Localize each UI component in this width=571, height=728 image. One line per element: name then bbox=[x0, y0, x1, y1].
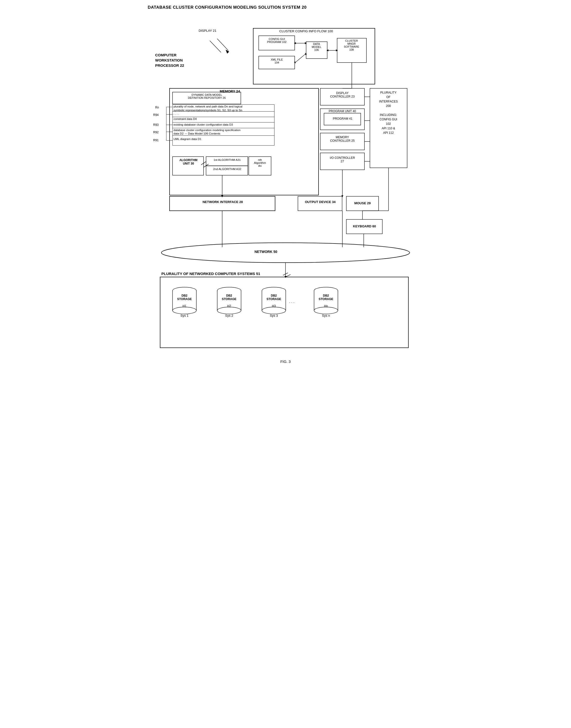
svg-point-92 bbox=[314, 307, 338, 314]
db2-h1-sub: H1 bbox=[173, 304, 196, 308]
algorithm-unit-label: ALGORITHMUNIT 30 bbox=[174, 158, 203, 165]
svg-point-73 bbox=[173, 287, 196, 294]
svg-point-88 bbox=[314, 287, 338, 294]
keyboard-label: KEYBOARD 60 bbox=[347, 224, 382, 228]
algo-a31-label: 1st ALGORITHM A31 bbox=[207, 158, 247, 161]
fig-label: FIG. 3 bbox=[148, 359, 423, 364]
cluster-mngr-label: CLUSTERMNGRSOFTWARE108 bbox=[338, 39, 365, 51]
db2-h2-label: DB2STORAGE bbox=[218, 294, 240, 301]
dynamic-data-label: DYNAMIC DATA MODELDEFINITION REPOSITORY … bbox=[174, 93, 240, 99]
svg-rect-28 bbox=[206, 166, 248, 175]
program-41-label: PROGRAM 41 bbox=[325, 117, 360, 120]
config-gui-program-label: CONFIG GUIPROGRAM 102 bbox=[261, 37, 293, 43]
svg-marker-13 bbox=[336, 49, 338, 51]
computer-workstation-label: COMPUTERWORKSTATIONPROCESSOR 22 bbox=[155, 52, 184, 68]
svg-marker-59 bbox=[284, 276, 287, 278]
data-row-4: constraint data D4 bbox=[174, 117, 197, 120]
memory-controller-label: MEMORYCONTROLLER 25 bbox=[322, 135, 363, 142]
svg-line-70 bbox=[204, 164, 209, 167]
db2-h3-sub: H3 bbox=[263, 304, 285, 308]
data-model-label: DATAMODEL106 bbox=[307, 42, 326, 51]
db2-hn-label: DB2STORAGE bbox=[315, 294, 337, 301]
svg-rect-41 bbox=[160, 277, 409, 348]
memory-24-label: MEMORY 24 bbox=[220, 89, 240, 93]
network-50-label: NETWORK 50 bbox=[254, 250, 277, 254]
data-row-5: existing database cluster configuration … bbox=[174, 123, 233, 126]
r93-label: R93 bbox=[153, 123, 159, 127]
svg-line-71 bbox=[283, 273, 288, 275]
svg-marker-62 bbox=[226, 50, 229, 53]
data-row-7: data D2 → Data Model 106 Contents bbox=[174, 132, 220, 135]
svg-point-87 bbox=[262, 307, 286, 314]
plurality-interfaces-label: PLURALITYOFINTERFACES200INCLUDING:CONFIG… bbox=[371, 90, 406, 135]
svg-line-9 bbox=[295, 53, 306, 63]
svg-marker-11 bbox=[294, 61, 296, 64]
svg-line-72 bbox=[286, 274, 291, 277]
svg-marker-7 bbox=[294, 42, 296, 44]
svg-marker-14 bbox=[327, 49, 328, 51]
sys2-label: Sys 2 bbox=[218, 314, 240, 318]
db2-h2-sub: H2 bbox=[218, 304, 240, 308]
xml-file-label: XML FILE104 bbox=[261, 58, 293, 64]
svg-marker-6 bbox=[305, 42, 307, 44]
svg-marker-49 bbox=[221, 195, 223, 197]
program-unit-label: PROGRAM UNIT 40 bbox=[322, 109, 363, 113]
rn-label: Rn bbox=[155, 106, 159, 109]
sysn-label: Sys n bbox=[315, 314, 337, 318]
output-device-label: OUTPUT DEVICE 34 bbox=[299, 200, 341, 204]
r94-label: R94 bbox=[153, 113, 159, 117]
data-row-3: . . . . bbox=[174, 112, 179, 115]
svg-point-83 bbox=[262, 287, 286, 294]
algo-a32-label: 2nd ALGORITHM A32 bbox=[207, 167, 247, 170]
sys1-label: Sys 1 bbox=[173, 314, 196, 318]
nth-algo-label: nthAlgorithmAn bbox=[250, 158, 270, 167]
db2-h3-label: DB2STORAGE bbox=[263, 294, 285, 301]
r92-label: R92 bbox=[153, 131, 159, 134]
network-interface-label: NETWORK INTERFACE 28 bbox=[170, 200, 275, 204]
data-row-6: database cluster configuration modeling … bbox=[174, 129, 241, 132]
data-row-1: plurality of node, network and path data… bbox=[174, 105, 242, 108]
svg-point-40 bbox=[161, 243, 410, 263]
data-row-8: UML diagram data D1 bbox=[174, 137, 201, 140]
r91-label: R91 bbox=[153, 138, 159, 142]
db2-h1-label: DB2STORAGE bbox=[173, 294, 196, 301]
svg-marker-51 bbox=[341, 195, 343, 197]
diagram-title: DATABASE CLUSTER CONFIGURATION MODELING … bbox=[148, 5, 423, 10]
db2-hn-sub: Hn bbox=[315, 304, 337, 308]
display-label: DISPLAY 21 bbox=[199, 29, 217, 32]
cluster-config-label: CLUSTER CONFIG INFO FLOW 100 bbox=[279, 29, 333, 33]
svg-rect-15 bbox=[169, 88, 319, 195]
io-controller-label: I/O CONTROLLER27 bbox=[322, 156, 363, 163]
sys3-label: Sys 3 bbox=[263, 314, 285, 318]
dots-label: . . . bbox=[289, 299, 295, 304]
mouse-label: MOUSE 29 bbox=[347, 201, 378, 205]
svg-line-60 bbox=[210, 41, 221, 52]
display-controller-label: DISPLAYCONTROLLER 23 bbox=[322, 91, 363, 98]
svg-point-82 bbox=[217, 307, 241, 314]
svg-marker-10 bbox=[305, 53, 307, 55]
svg-point-77 bbox=[173, 307, 196, 314]
svg-point-78 bbox=[217, 287, 241, 294]
svg-rect-0 bbox=[253, 28, 375, 84]
svg-line-61 bbox=[217, 39, 228, 50]
data-row-2: symbolic representations/symbols S1, S2,… bbox=[174, 109, 242, 112]
networked-systems-label: PLURALITY OF NETWORKED COMPUTER SYSTEMS … bbox=[161, 271, 260, 276]
